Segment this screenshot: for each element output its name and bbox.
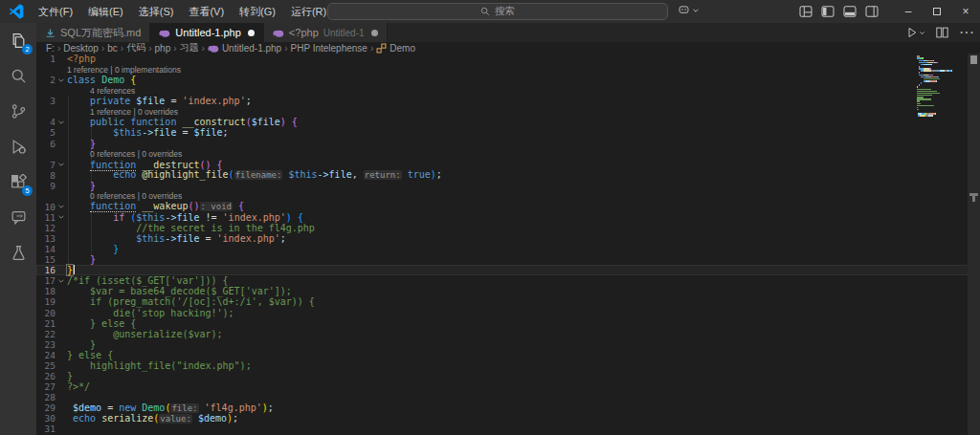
activitybar-item-explorer[interactable]: 2 xyxy=(0,23,36,58)
line-number[interactable]: 12 xyxy=(36,223,56,233)
code-line[interactable]: 6 } xyxy=(36,139,980,149)
code-line[interactable]: 12 //the secret is in the fl4g.php xyxy=(36,223,980,233)
code-line[interactable]: 10 function __wakeup(): void { xyxy=(36,202,980,212)
line-number[interactable]: 9 xyxy=(36,181,56,191)
line-number[interactable]: 11 xyxy=(36,212,56,223)
code-line[interactable]: 2class Demo { xyxy=(36,75,980,85)
fold-icon[interactable] xyxy=(56,161,67,168)
code-line[interactable]: 14 } xyxy=(36,244,980,254)
menu-item-5[interactable]: 运行(R) xyxy=(284,3,333,21)
fold-icon[interactable] xyxy=(56,213,67,221)
line-number[interactable]: 23 xyxy=(36,339,56,350)
activitybar-item-search[interactable] xyxy=(0,58,36,94)
line-number[interactable]: 30 xyxy=(36,413,56,424)
breadcrumb-item-0[interactable]: F: xyxy=(46,43,55,54)
code-line[interactable]: 31 xyxy=(36,424,980,434)
code-line[interactable]: 23 } xyxy=(36,339,980,350)
code-line[interactable]: 11 if ($this->file != 'index.php') { xyxy=(36,212,980,223)
line-number[interactable]: 5 xyxy=(36,127,56,138)
code-line[interactable]: 9 } xyxy=(36,181,980,191)
line-number[interactable]: 29 xyxy=(36,402,56,413)
modified-dot-icon[interactable] xyxy=(371,30,378,36)
modified-dot-icon[interactable] xyxy=(248,30,255,36)
code-line[interactable]: 19 if (preg_match('/[oc]:\d+:/i', $var))… xyxy=(36,296,980,307)
code-line[interactable]: 24} else { xyxy=(36,350,980,360)
line-number[interactable]: 18 xyxy=(36,286,56,296)
code-line[interactable]: 29 $demo = new Demo(file: 'fl4g.php'); xyxy=(36,402,980,413)
code-line[interactable]: 1<?php xyxy=(36,54,980,64)
line-number[interactable]: 24 xyxy=(36,350,56,360)
minimize-button[interactable]: – xyxy=(894,0,923,23)
line-number[interactable]: 20 xyxy=(36,308,56,318)
scrollbar-thumb[interactable] xyxy=(970,55,977,64)
code-line[interactable]: 5 $this->file = $file; xyxy=(36,127,980,138)
code-line[interactable]: 27?>*/ xyxy=(36,381,980,392)
menu-item-3[interactable]: 查看(V) xyxy=(182,3,231,21)
toggle-secondary-sidebar-icon[interactable] xyxy=(865,6,879,17)
run-button[interactable] xyxy=(906,27,925,38)
line-number[interactable]: 7 xyxy=(36,160,56,170)
tab-2[interactable]: <?phpUntitled-1 xyxy=(264,23,388,42)
code-line[interactable]: 16} xyxy=(36,265,980,275)
fold-icon[interactable] xyxy=(56,277,67,285)
code-line[interactable]: 15 } xyxy=(36,254,980,265)
line-number[interactable]: 27 xyxy=(36,381,56,392)
code-line[interactable]: 22 @unserialize($var); xyxy=(36,329,980,339)
code-line[interactable]: 7 function __destruct() { xyxy=(36,160,980,170)
menu-item-1[interactable]: 编辑(E) xyxy=(81,3,130,21)
code-line[interactable]: 13 $this->file = 'index.php'; xyxy=(36,233,980,244)
copilot-button[interactable] xyxy=(678,4,700,16)
fold-icon[interactable] xyxy=(56,203,67,210)
code-line[interactable]: 21 } else { xyxy=(36,318,980,329)
line-number[interactable]: 15 xyxy=(36,254,56,265)
line-number[interactable]: 1 xyxy=(36,54,56,64)
code-line[interactable]: 18 $var = base64_decode($_GET['var']); xyxy=(36,286,980,296)
code-line[interactable]: 30 echo serialize(value: $demo); xyxy=(36,413,980,424)
code-line[interactable]: 26} xyxy=(36,371,980,381)
breadcrumb-item-1[interactable]: Desktop xyxy=(63,43,99,54)
line-number[interactable]: 3 xyxy=(36,96,56,106)
line-number[interactable]: 2 xyxy=(36,75,56,85)
code-lens-line[interactable]: 0 references | 0 overrides xyxy=(36,191,980,202)
tab-0[interactable]: SQL万能密码.md xyxy=(36,23,150,42)
code-lens-line[interactable]: 0 references | 0 overrides xyxy=(36,149,980,160)
code-line[interactable]: 25 highlight_file("index.php"); xyxy=(36,360,980,371)
tab-1[interactable]: Untitled-1.php xyxy=(150,23,264,42)
breadcrumb-item-8[interactable]: Demo xyxy=(376,43,415,54)
line-number[interactable]: 19 xyxy=(36,296,56,307)
menu-item-0[interactable]: 文件(F) xyxy=(32,3,79,21)
line-number[interactable]: 4 xyxy=(36,117,56,127)
code-line[interactable]: 8 echo @highlight_file(filename: $this->… xyxy=(36,170,980,181)
customize-layout-icon[interactable] xyxy=(799,6,813,17)
fold-icon[interactable] xyxy=(56,119,67,126)
code-lens-line[interactable]: 1 reference | 0 overrides xyxy=(36,106,980,117)
activitybar-item-extensions[interactable]: 5 xyxy=(0,164,36,200)
more-actions-button[interactable]: ··· xyxy=(959,24,974,41)
breadcrumb-item-2[interactable]: bc xyxy=(107,43,118,54)
line-number[interactable]: 21 xyxy=(36,318,56,329)
activitybar-item-source-control[interactable] xyxy=(0,94,36,129)
code-editor[interactable]: 1<?php1 reference | 0 implementations2cl… xyxy=(36,54,980,435)
search-input[interactable]: 搜索 xyxy=(327,3,668,20)
code-line[interactable]: 3 private $file = 'index.php'; xyxy=(36,96,980,106)
line-number[interactable]: 25 xyxy=(36,360,56,371)
line-number[interactable]: 8 xyxy=(36,170,56,181)
toggle-panel-icon[interactable] xyxy=(843,6,857,17)
toggle-primary-sidebar-icon[interactable] xyxy=(821,6,835,17)
close-button[interactable]: × xyxy=(951,0,980,23)
code-line[interactable]: 4 public function __construct($file) { xyxy=(36,117,980,127)
split-editor-button[interactable] xyxy=(936,27,948,38)
overview-ruler[interactable] xyxy=(968,54,980,435)
code-lens-line[interactable]: 4 references xyxy=(36,85,980,96)
line-number[interactable]: 16 xyxy=(36,265,56,275)
line-number[interactable]: 14 xyxy=(36,244,56,254)
line-number[interactable]: 10 xyxy=(36,202,56,212)
breadcrumb-item-5[interactable]: 习题 xyxy=(180,41,199,54)
line-number[interactable]: 6 xyxy=(36,139,56,149)
breadcrumb-item-3[interactable]: 代码 xyxy=(126,41,145,54)
fold-icon[interactable] xyxy=(56,76,67,84)
code-line[interactable]: 20 die('stop hacking!'); xyxy=(36,308,980,318)
line-number[interactable]: 31 xyxy=(36,424,56,434)
menu-item-2[interactable]: 选择(S) xyxy=(132,3,181,21)
line-number[interactable]: 26 xyxy=(36,371,56,381)
